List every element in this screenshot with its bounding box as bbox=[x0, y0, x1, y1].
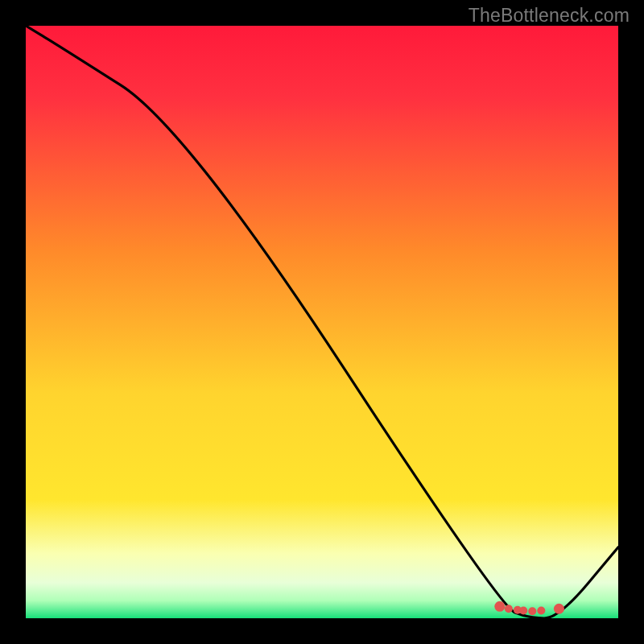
data-marker bbox=[494, 601, 505, 612]
data-marker bbox=[537, 606, 545, 614]
plot-area bbox=[26, 26, 618, 618]
data-marker bbox=[554, 604, 564, 614]
watermark-text: TheBottleneck.com bbox=[469, 5, 630, 27]
data-marker bbox=[505, 605, 513, 613]
data-marker bbox=[519, 606, 527, 614]
chart-svg bbox=[26, 26, 618, 618]
chart-frame: TheBottleneck.com bbox=[0, 0, 644, 644]
data-marker bbox=[528, 607, 536, 615]
gradient-background bbox=[26, 26, 618, 618]
